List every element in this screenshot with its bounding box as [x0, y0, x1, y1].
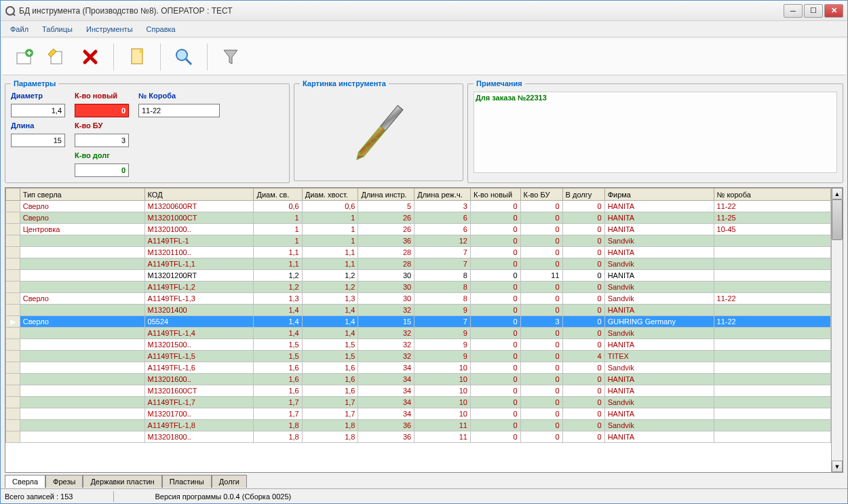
toolbar-add-button[interactable]: [9, 41, 41, 73]
menu-help[interactable]: Справка: [140, 23, 182, 35]
statusbar: Всего записей : 153 Версия программы 0.0…: [1, 488, 847, 503]
app-icon: [5, 5, 16, 16]
edit-icon: [47, 46, 69, 68]
column-header[interactable]: КОД: [144, 189, 254, 201]
close-button[interactable]: ✕: [824, 4, 843, 18]
table-row[interactable]: A1149TFL-1,81,81,83611000Sandvik: [6, 420, 831, 431]
picture-legend: Картинка инструмента: [300, 79, 389, 88]
bottom-tabs: СверлаФрезыДержавки пластинПластиныДолги: [5, 474, 843, 487]
length-input[interactable]: [11, 134, 65, 147]
params-legend: Параметры: [11, 79, 58, 88]
search-icon: [173, 46, 195, 68]
menu-tables[interactable]: Таблицы: [35, 23, 79, 35]
app-window: БД инструмента (Производство №8). ОПЕРАТ…: [0, 0, 848, 504]
svg-rect-8: [381, 105, 403, 130]
notes-panel: Примечания Для заказа №22313: [467, 79, 843, 183]
diameter-label: Диаметр: [11, 92, 65, 100]
grid-scrollbar[interactable]: ▲ ▼: [831, 188, 843, 472]
tab-1[interactable]: Фрезы: [45, 475, 83, 488]
scroll-thumb[interactable]: [832, 199, 843, 240]
qty-debt-input[interactable]: [75, 163, 129, 177]
toolbar-separator: [160, 43, 161, 71]
toolbar-delete-button[interactable]: [74, 41, 107, 73]
tab-4[interactable]: Долги: [212, 475, 247, 488]
column-header[interactable]: Тип сверла: [20, 189, 144, 201]
drill-image: [341, 96, 416, 171]
column-header[interactable]: В долгу: [562, 189, 604, 201]
minimize-button[interactable]: ─: [784, 4, 803, 18]
svg-line-1: [13, 14, 15, 16]
column-header[interactable]: Длина инстр.: [358, 189, 415, 201]
add-record-icon: [14, 46, 36, 68]
column-header[interactable]: Диам. св.: [254, 189, 302, 201]
table-row[interactable]: A1149TFL-1,41,41,4329000Sandvik: [6, 328, 831, 339]
menu-file[interactable]: Файл: [3, 23, 35, 35]
titlebar: БД инструмента (Производство №8). ОПЕРАТ…: [1, 1, 847, 21]
menu-instruments[interactable]: Инструменты: [79, 23, 140, 35]
status-version: Версия программы 0.0.4 (Сборка 0025): [155, 492, 291, 501]
table-row[interactable]: A1149TFL-1113612000Sandvik: [6, 235, 831, 247]
report-icon: [126, 46, 148, 68]
table-row[interactable]: A1149TFL-1,21,21,2308000Sandvik: [6, 282, 831, 293]
table-row[interactable]: СверлоM13200600RT0,60,653000HANITA11-22: [6, 201, 831, 212]
scroll-down-button[interactable]: ▼: [832, 461, 843, 472]
data-grid[interactable]: Тип сверлаКОДДиам. св.Диам. хвост.Длина …: [5, 187, 843, 473]
box-input[interactable]: [138, 104, 220, 117]
length-label: Длина: [11, 121, 65, 130]
column-header[interactable]: Длина реж.ч.: [415, 189, 471, 201]
scroll-up-button[interactable]: ▲: [832, 188, 843, 199]
toolbar-search-button[interactable]: [168, 41, 200, 73]
notes-legend: Примечания: [474, 79, 525, 88]
column-header[interactable]: К-во новый: [470, 189, 520, 201]
tab-3[interactable]: Пластины: [162, 475, 212, 488]
toolbar-separator: [113, 43, 114, 71]
table-row[interactable]: M13201800..1,81,83611000HANITA: [6, 431, 831, 443]
table-row[interactable]: M13201500..1,51,5329000HANITA: [6, 339, 831, 351]
qty-new-input[interactable]: [75, 104, 129, 117]
table-row[interactable]: A1149TFL-1,11,11,1287000Sandvik: [6, 258, 831, 270]
table-row[interactable]: M132014001,41,4329000HANITA: [6, 305, 831, 316]
delete-icon: [79, 46, 101, 68]
column-header[interactable]: № короба: [714, 189, 830, 201]
table-row[interactable]: A1149TFL-1,61,61,63410000Sandvik: [6, 362, 831, 374]
toolbar-report-button[interactable]: [121, 41, 153, 73]
params-panel: Параметры Диаметр Длина К-во новый К-во …: [5, 79, 290, 183]
table-row[interactable]: M13201200RT1,21,23080110HANITA: [6, 270, 831, 282]
table-row[interactable]: ▶Сверло055241,41,4157030GUHRING Germany1…: [6, 316, 831, 328]
picture-panel: Картинка инструмента: [294, 79, 463, 181]
box-label: № Короба: [138, 92, 220, 100]
table-row[interactable]: ЦентровкаM13201000..11266000HANITA10-45: [6, 224, 831, 235]
diameter-input[interactable]: [11, 104, 65, 117]
table-row[interactable]: M13201100..1,11,1287000HANITA: [6, 247, 831, 258]
table-row[interactable]: M13201600..1,61,63410000HANITA: [6, 374, 831, 385]
svg-rect-9: [358, 126, 385, 157]
toolbar: [2, 39, 846, 75]
svg-line-7: [186, 59, 191, 64]
table-row[interactable]: СверлоA1149TFL-1,31,31,3308000Sandvik11-…: [6, 293, 831, 305]
menubar: Файл Таблицы Инструменты Справка: [1, 21, 847, 37]
column-header[interactable]: Диам. хвост.: [302, 189, 358, 201]
toolbar-filter-button[interactable]: [214, 41, 247, 73]
tab-2[interactable]: Державки пластин: [83, 475, 161, 488]
maximize-button[interactable]: ☐: [804, 4, 823, 18]
column-header[interactable]: К-во БУ: [520, 189, 562, 201]
table-row[interactable]: A1149TFL-1,71,71,73410000Sandvik: [6, 397, 831, 408]
notes-text: Для заказа №22313: [474, 92, 837, 173]
qty-used-label: К-во БУ: [75, 121, 129, 130]
qty-used-input[interactable]: [75, 134, 129, 147]
status-records: Всего записей : 153: [5, 492, 73, 501]
qty-debt-label: К-во долг: [75, 151, 129, 159]
filter-icon: [220, 46, 242, 68]
toolbar-separator: [207, 43, 208, 71]
qty-new-label: К-во новый: [75, 92, 129, 100]
table-row[interactable]: M13201600CT1,61,63410000HANITA: [6, 385, 831, 397]
toolbar-edit-button[interactable]: [41, 41, 74, 73]
column-header[interactable]: Фирма: [604, 189, 714, 201]
panels-row: Параметры Диаметр Длина К-во новый К-во …: [1, 77, 847, 186]
table-row[interactable]: M13201700..1,71,73410000HANITA: [6, 408, 831, 420]
window-title: БД инструмента (Производство №8). ОПЕРАТ…: [19, 6, 784, 16]
svg-point-6: [176, 50, 187, 60]
tab-0[interactable]: Сверла: [5, 475, 45, 488]
table-row[interactable]: A1149TFL-1,51,51,5329004TITEX: [6, 351, 831, 362]
table-row[interactable]: СверлоM13201000CT11266000HANITA11-25: [6, 212, 831, 224]
